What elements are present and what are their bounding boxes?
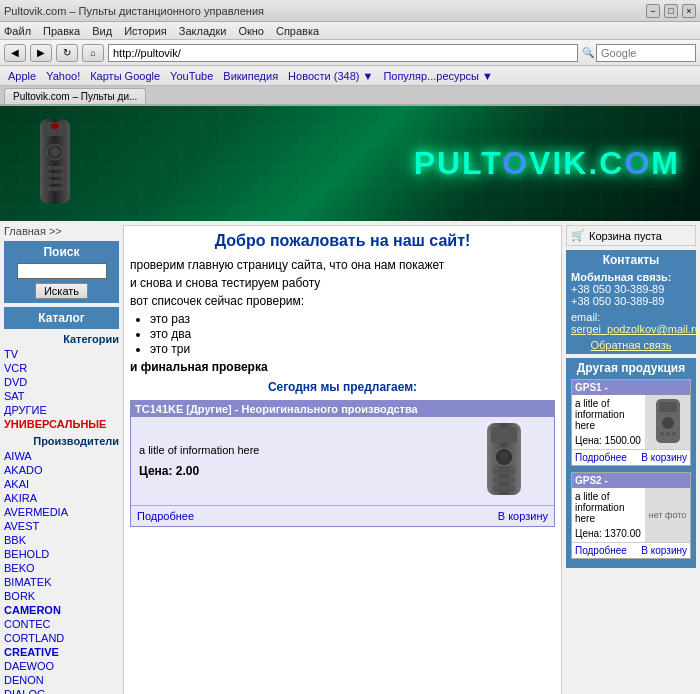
- svg-point-30: [509, 486, 515, 492]
- final-check: и финальная проверка: [130, 360, 555, 374]
- price-value: 2.00: [176, 464, 199, 478]
- email-link[interactable]: sergei_podzolkov@mail.ru: [571, 323, 700, 335]
- other-products-title: Другая продукция: [571, 361, 691, 375]
- current-tab[interactable]: Pultovik.com – Пульты ди...: [4, 88, 146, 104]
- maximize-button[interactable]: □: [664, 4, 678, 18]
- main-content: Добро пожаловать на наш сайт! проверим г…: [123, 225, 562, 694]
- manufacturer-beko[interactable]: BEKO: [4, 561, 119, 575]
- welcome-text3: вот списочек сейчас проверим:: [130, 294, 555, 308]
- manufacturer-contec[interactable]: CONTEC: [4, 617, 119, 631]
- welcome-list: это раз это два это три: [150, 312, 555, 356]
- window-controls[interactable]: − □ ×: [646, 4, 696, 18]
- bookmark-youtube[interactable]: YouTube: [170, 70, 213, 82]
- back-button[interactable]: ◀: [4, 44, 26, 62]
- browser-search-input[interactable]: [596, 44, 696, 62]
- mini-product-gps1-desc: a litle of information here Цена: 1500.0…: [572, 395, 645, 449]
- gps2-details-link[interactable]: Подробнее: [575, 545, 627, 556]
- menu-view[interactable]: Вид: [92, 25, 112, 37]
- forward-button[interactable]: ▶: [30, 44, 52, 62]
- product-cart-link[interactable]: В корзину: [498, 510, 548, 522]
- svg-point-26: [501, 477, 507, 483]
- product-desc: a litle of information here Цена: 2.00: [131, 417, 454, 505]
- list-item-1: это раз: [150, 312, 555, 326]
- bookmark-yahoo[interactable]: Yahoo!: [46, 70, 80, 82]
- search-input[interactable]: [17, 263, 107, 279]
- manufacturer-denon[interactable]: DENON: [4, 673, 119, 687]
- product-body: a litle of information here Цена: 2.00: [131, 417, 554, 505]
- product-footer: Подробнее В корзину: [131, 505, 554, 526]
- svg-point-34: [660, 432, 664, 436]
- list-item-2: это два: [150, 327, 555, 341]
- manufacturer-akado[interactable]: AKADO: [4, 463, 119, 477]
- contacts-box: Контакты Мобильная связь: +38 050 30-389…: [566, 250, 696, 354]
- category-sat[interactable]: SAT: [4, 389, 119, 403]
- product-description-text: a litle of information here: [139, 444, 446, 456]
- sidebar-left: Главная >> Поиск Искать Каталог Категори…: [4, 225, 119, 694]
- categories-title: Категории: [4, 333, 119, 345]
- manufacturer-daewoo[interactable]: DAEWOO: [4, 659, 119, 673]
- mini-product-gps2-title: GPS2 -: [572, 473, 690, 488]
- product-card: TC141KE [Другие] - Неоригинального произ…: [130, 400, 555, 527]
- mini-product-gps2: GPS2 - a litle of information here Цена:…: [571, 472, 691, 559]
- phone1: +38 050 30-389-89: [571, 283, 691, 295]
- manufacturer-dialog[interactable]: DIALOG: [4, 687, 119, 694]
- refresh-button[interactable]: ↻: [56, 44, 78, 62]
- contacts-email: email: sergei_podzolkov@mail.ru: [571, 311, 691, 335]
- manufacturers-title: Производители: [4, 435, 119, 447]
- cart-label: Корзина пуста: [589, 230, 662, 242]
- manufacturer-bimatek[interactable]: BIMATEK: [4, 575, 119, 589]
- svg-point-28: [493, 486, 499, 492]
- category-vcr[interactable]: VCR: [4, 361, 119, 375]
- manufacturer-bork[interactable]: BORK: [4, 589, 119, 603]
- gps2-cart-link[interactable]: В корзину: [641, 545, 687, 556]
- category-dvd[interactable]: DVD: [4, 375, 119, 389]
- manufacturer-akai[interactable]: AKAI: [4, 477, 119, 491]
- product-price: Цена: 2.00: [139, 464, 446, 478]
- gps1-description: a litle of information here: [575, 398, 642, 431]
- search-box: Поиск Искать: [4, 241, 119, 303]
- bookmark-maps[interactable]: Карты Google: [90, 70, 160, 82]
- home-button[interactable]: ⌂: [82, 44, 104, 62]
- bookmark-wikipedia[interactable]: Википедия: [223, 70, 278, 82]
- bookmark-news[interactable]: Новости (348) ▼: [288, 70, 373, 82]
- manufacturer-bbk[interactable]: BBK: [4, 533, 119, 547]
- welcome-text1: проверим главную страницу сайта, что она…: [130, 258, 555, 272]
- svg-rect-32: [659, 402, 677, 412]
- feedback-link[interactable]: Обратная связь: [571, 339, 691, 351]
- manufacturer-creative[interactable]: CREATIVE: [4, 645, 119, 659]
- category-universal[interactable]: УНИВЕРСАЛЬНЫЕ: [4, 417, 119, 431]
- welcome-text2: и снова и снова тестируем работу: [130, 276, 555, 290]
- manufacturer-aiwa[interactable]: AIWA: [4, 449, 119, 463]
- menu-history[interactable]: История: [124, 25, 167, 37]
- gps1-details-link[interactable]: Подробнее: [575, 452, 627, 463]
- category-tv[interactable]: TV: [4, 347, 119, 361]
- manufacturer-avest[interactable]: AVEST: [4, 519, 119, 533]
- phone2: +38 050 30-389-89: [571, 295, 691, 307]
- today-offer: Сегодня мы предлагаем:: [130, 380, 555, 394]
- mini-product-gps2-image: нет фото: [645, 488, 690, 542]
- menu-edit[interactable]: Правка: [43, 25, 80, 37]
- mini-product-gps1-body: a litle of information here Цена: 1500.0…: [572, 395, 690, 449]
- manufacturer-cameron[interactable]: CAMERON: [4, 603, 119, 617]
- minimize-button[interactable]: −: [646, 4, 660, 18]
- mini-product-gps1-footer: Подробнее В корзину: [572, 449, 690, 465]
- banner: PULTOVIK.COM: [0, 106, 700, 221]
- bookmark-popular[interactable]: Популяр...ресурсы ▼: [383, 70, 492, 82]
- menu-bookmarks[interactable]: Закладки: [179, 25, 227, 37]
- menu-file[interactable]: Файл: [4, 25, 31, 37]
- product-details-link[interactable]: Подробнее: [137, 510, 194, 522]
- manufacturer-behold[interactable]: BEHOLD: [4, 547, 119, 561]
- bookmark-apple[interactable]: Apple: [8, 70, 36, 82]
- search-button[interactable]: Искать: [35, 283, 88, 299]
- manufacturer-avermedia[interactable]: AVERMEDIA: [4, 505, 119, 519]
- menu-window[interactable]: Окно: [238, 25, 264, 37]
- url-input[interactable]: [108, 44, 578, 62]
- gps1-cart-link[interactable]: В корзину: [641, 452, 687, 463]
- menu-help[interactable]: Справка: [276, 25, 319, 37]
- manufacturer-cortland[interactable]: CORTLAND: [4, 631, 119, 645]
- close-button[interactable]: ×: [682, 4, 696, 18]
- category-other[interactable]: ДРУГИЕ: [4, 403, 119, 417]
- manufacturer-akira[interactable]: AKIRA: [4, 491, 119, 505]
- cart-bar: 🛒 Корзина пуста: [566, 225, 696, 246]
- other-products-box: Другая продукция GPS1 - a litle of infor…: [566, 358, 696, 568]
